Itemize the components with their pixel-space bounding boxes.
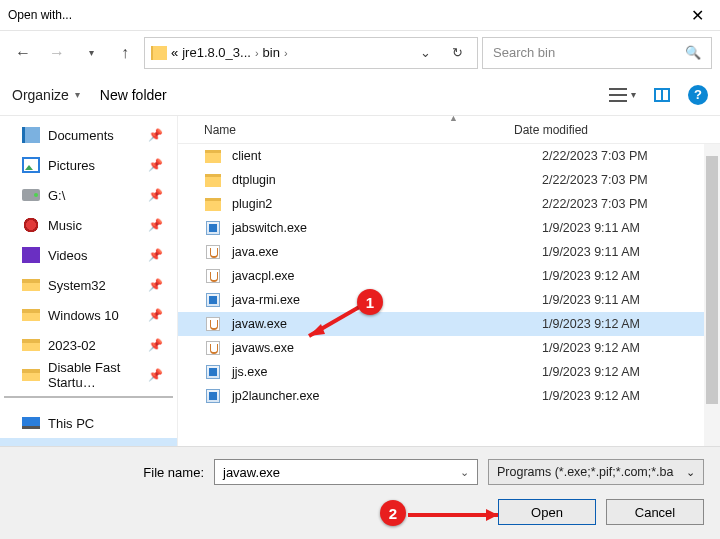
file-name: javacpl.exe [232,269,542,283]
file-date: 1/9/2023 9:12 AM [542,317,720,331]
annotation-marker-2: 2 [380,500,406,526]
list-view-icon [609,88,627,102]
svg-marker-3 [486,509,498,521]
chevron-down-icon: ▾ [75,89,80,100]
pin-icon: 📌 [148,158,163,172]
breadcrumb-1[interactable]: jre1.8.0_3... [182,45,251,60]
sidebar-item[interactable]: Pictures📌 [0,150,177,180]
file-name: client [232,149,542,163]
chevron-right-icon: › [255,47,259,59]
nav-row: ← → ▾ ↑ « jre1.8.0_3... › bin › ⌄ ↻ Sear… [0,30,720,74]
file-date: 1/9/2023 9:11 AM [542,293,720,307]
folder-icon [22,369,40,381]
pin-icon: 📌 [148,308,163,322]
file-row[interactable]: plugin22/22/2023 7:03 PM [178,192,720,216]
java-icon [204,316,222,332]
folder-icon [204,196,222,212]
svg-marker-1 [309,324,325,336]
folder-icon [22,309,40,321]
folder-icon [22,339,40,351]
titlebar: Open with... ✕ [0,0,720,30]
filename-label: File name: [16,465,204,480]
column-date[interactable]: Date modified [514,123,720,137]
sidebar-item[interactable]: Documents📌 [0,120,177,150]
sidebar-item[interactable]: Disable Fast Startu…📌 [0,360,177,390]
cancel-button[interactable]: Cancel [606,499,704,525]
window-title: Open with... [8,8,675,22]
sidebar-item-label: This PC [48,416,94,431]
file-row[interactable]: java-rmi.exe1/9/2023 9:11 AM [178,288,720,312]
file-row[interactable]: dtplugin2/22/2023 7:03 PM [178,168,720,192]
search-input[interactable]: Search bin 🔍 [482,37,712,69]
help-button[interactable]: ? [688,85,708,105]
chevron-down-icon: ⌄ [686,466,695,479]
pic-icon [22,157,40,173]
address-dropdown[interactable]: ⌄ [411,45,439,60]
file-name: plugin2 [232,197,542,211]
up-button[interactable]: ↑ [110,38,140,68]
organize-menu[interactable]: Organize [12,87,69,103]
forward-button[interactable]: → [42,38,72,68]
folder-icon [151,46,167,60]
pin-icon: 📌 [148,188,163,202]
view-menu[interactable]: ▾ [609,88,636,102]
column-name[interactable]: Name [204,123,514,137]
dialog-body: Documents📌Pictures📌G:\📌Music📌Videos📌Syst… [0,116,720,446]
preview-pane-button[interactable] [654,88,670,102]
breadcrumb-2[interactable]: bin [263,45,280,60]
sidebar-item-osdrive[interactable]: OS (C:) [0,438,177,446]
filename-value: javaw.exe [223,465,280,480]
folder-icon [204,172,222,188]
sidebar-item-label: Documents [48,128,114,143]
filename-input[interactable]: javaw.exe ⌄ [214,459,478,485]
file-row[interactable]: javaw.exe1/9/2023 9:12 AM [178,312,720,336]
file-row[interactable]: javaws.exe1/9/2023 9:12 AM [178,336,720,360]
back-button[interactable]: ← [8,38,38,68]
file-row[interactable]: java.exe1/9/2023 9:11 AM [178,240,720,264]
file-row[interactable]: jjs.exe1/9/2023 9:12 AM [178,360,720,384]
file-name: javaw.exe [232,317,542,331]
sidebar-item[interactable]: Videos📌 [0,240,177,270]
sidebar-item-label: Music [48,218,82,233]
address-bar[interactable]: « jre1.8.0_3... › bin › ⌄ ↻ [144,37,478,69]
sidebar-item-thispc[interactable]: This PC [0,408,177,438]
pc-icon [22,417,40,429]
sidebar-item[interactable]: G:\📌 [0,180,177,210]
filetype-select[interactable]: Programs (*.exe;*.pif;*.com;*.ba ⌄ [488,459,704,485]
file-date: 1/9/2023 9:11 AM [542,245,720,259]
file-name: dtplugin [232,173,542,187]
chevron-down-icon: ⌄ [460,466,469,479]
file-name: jp2launcher.exe [232,389,542,403]
file-name: java.exe [232,245,542,259]
folder-icon [204,148,222,164]
close-button[interactable]: ✕ [675,0,720,30]
exe-icon [204,364,222,380]
sidebar: Documents📌Pictures📌G:\📌Music📌Videos📌Syst… [0,116,178,446]
annotation-marker-1: 1 [357,289,383,315]
sidebar-item[interactable]: Windows 10📌 [0,300,177,330]
sidebar-item[interactable]: 2023-02📌 [0,330,177,360]
file-name: jjs.exe [232,365,542,379]
file-row[interactable]: javacpl.exe1/9/2023 9:12 AM [178,264,720,288]
file-date: 1/9/2023 9:12 AM [542,365,720,379]
recent-dropdown[interactable]: ▾ [76,38,106,68]
file-row[interactable]: jp2launcher.exe1/9/2023 9:12 AM [178,384,720,408]
refresh-button[interactable]: ↻ [443,45,471,60]
pin-icon: 📌 [148,338,163,352]
sidebar-item[interactable]: Music📌 [0,210,177,240]
file-date: 2/22/2023 7:03 PM [542,197,720,211]
java-icon [204,268,222,284]
sidebar-item-label: G:\ [48,188,65,203]
toolbar: Organize ▾ New folder ▾ ? [0,74,720,116]
new-folder-button[interactable]: New folder [100,87,167,103]
file-name: jabswitch.exe [232,221,542,235]
file-row[interactable]: client2/22/2023 7:03 PM [178,144,720,168]
exe-icon [204,220,222,236]
pin-icon: 📌 [148,368,163,382]
file-rows: client2/22/2023 7:03 PMdtplugin2/22/2023… [178,144,720,446]
file-name: javaws.exe [232,341,542,355]
sidebar-item[interactable]: System32📌 [0,270,177,300]
scrollbar[interactable] [704,144,720,446]
file-date: 2/22/2023 7:03 PM [542,149,720,163]
file-row[interactable]: jabswitch.exe1/9/2023 9:11 AM [178,216,720,240]
